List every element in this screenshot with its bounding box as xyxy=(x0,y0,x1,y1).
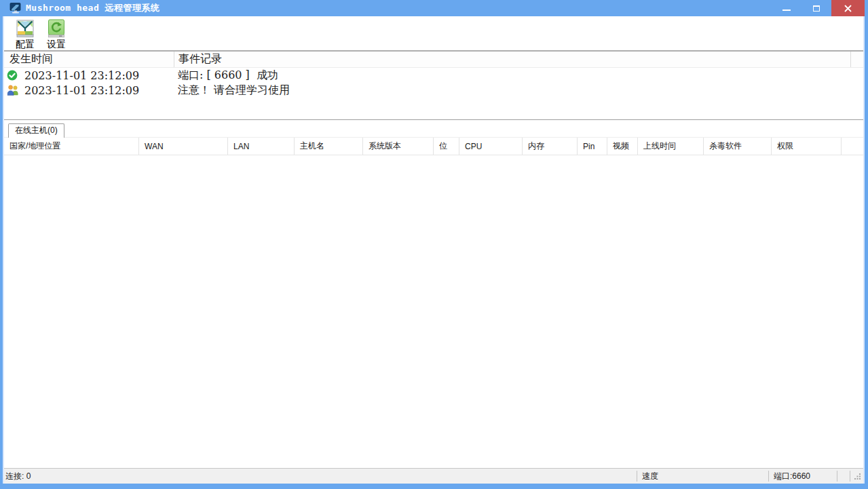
col-video[interactable]: 视频 xyxy=(607,138,638,155)
settings-icon xyxy=(47,19,66,38)
minimize-button[interactable] xyxy=(772,0,801,16)
col-bitness[interactable]: 位 xyxy=(434,138,459,155)
config-button-label: 配置 xyxy=(16,39,35,50)
status-bar: 连接: 0 速度 端口:6660 xyxy=(4,468,863,484)
tab-bar: 在线主机(0) xyxy=(4,123,863,138)
col-lan[interactable]: LAN xyxy=(228,138,295,155)
col-cpu[interactable]: CPU xyxy=(459,138,523,155)
event-time: 2023-11-01 23:12:09 xyxy=(24,84,174,97)
event-log-row[interactable]: 2023-11-01 23:12:09 端口: [ 6660 ] 成功 xyxy=(4,68,863,83)
window-title: Mushroom head 远程管理系统 xyxy=(26,2,160,14)
client-area: 配置 设置 xyxy=(3,16,865,484)
config-icon xyxy=(16,19,35,38)
col-filler xyxy=(842,138,863,155)
event-log-header-time[interactable]: 发生时间 xyxy=(4,52,174,67)
maximize-button[interactable] xyxy=(801,0,831,16)
close-button[interactable] xyxy=(831,0,865,16)
resize-grip[interactable] xyxy=(854,472,861,482)
col-os-version[interactable]: 系统版本 xyxy=(363,138,434,155)
event-log-header-stub xyxy=(850,52,863,67)
port-status: 端口:6660 xyxy=(774,469,810,484)
window-controls xyxy=(772,0,868,16)
speed-status: 速度 xyxy=(642,469,658,484)
col-pin[interactable]: Pin xyxy=(578,138,607,155)
users-icon xyxy=(4,85,24,96)
col-wan[interactable]: WAN xyxy=(139,138,228,155)
statusbar-separator xyxy=(768,471,769,482)
col-country-location[interactable]: 国家/地理位置 xyxy=(4,138,139,155)
event-log-header-event[interactable]: 事件记录 xyxy=(174,52,850,67)
settings-button[interactable]: 设置 xyxy=(41,18,72,50)
col-hostname[interactable]: 主机名 xyxy=(295,138,363,155)
settings-button-label: 设置 xyxy=(47,39,66,50)
event-text: 注意！ 请合理学习使用 xyxy=(174,83,290,98)
config-button[interactable]: 配置 xyxy=(10,18,41,50)
statusbar-separator xyxy=(637,471,637,482)
toolbar: 配置 设置 xyxy=(4,16,863,52)
host-table-body xyxy=(4,155,863,468)
statusbar-separator xyxy=(850,471,850,482)
event-log-header: 发生时间 事件记录 xyxy=(4,52,863,68)
titlebar[interactable]: Mushroom head 远程管理系统 xyxy=(0,0,868,16)
statusbar-separator xyxy=(837,471,837,482)
maximize-icon xyxy=(813,5,820,12)
event-log-row[interactable]: 2023-11-01 23:12:09 注意！ 请合理学习使用 xyxy=(4,83,863,98)
col-antivirus[interactable]: 杀毒软件 xyxy=(704,138,772,155)
col-privilege[interactable]: 权限 xyxy=(772,138,842,155)
close-icon xyxy=(844,5,852,12)
event-log: 发生时间 事件记录 2023-11-01 23:12:09 端口: [ 6660… xyxy=(4,52,863,119)
success-check-icon xyxy=(4,70,24,81)
app-monitor-icon xyxy=(10,2,22,14)
event-text: 端口: [ 6660 ] 成功 xyxy=(174,69,278,83)
connection-status: 连接: 0 xyxy=(5,469,31,484)
event-time: 2023-11-01 23:12:09 xyxy=(24,69,174,82)
app-window: Mushroom head 远程管理系统 xyxy=(0,0,868,489)
minimize-icon xyxy=(782,9,791,11)
host-table-header: 国家/地理位置 WAN LAN 主机名 系统版本 位 CPU 内存 Pin 视频… xyxy=(4,138,863,155)
col-online-time[interactable]: 上线时间 xyxy=(638,138,704,155)
col-memory[interactable]: 内存 xyxy=(523,138,578,155)
tab-online-hosts[interactable]: 在线主机(0) xyxy=(8,123,64,138)
